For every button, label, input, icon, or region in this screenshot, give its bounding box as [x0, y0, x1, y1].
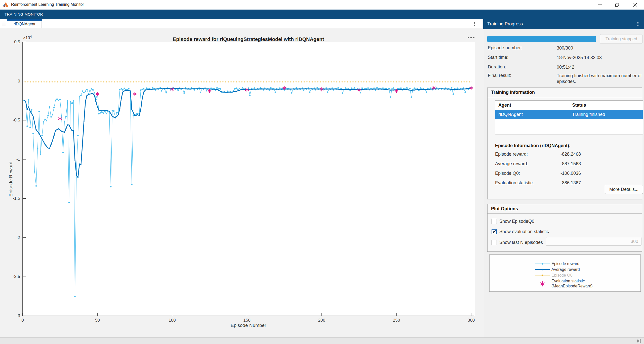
checkbox-label: Show last N episodes: [499, 240, 543, 245]
legend-item: Episode Q0: [535, 273, 635, 278]
close-icon: [633, 3, 637, 7]
ribbon-tab-training-monitor[interactable]: TRAINING MONITOR: [5, 12, 43, 16]
y-tick-label: 0: [6, 79, 20, 84]
episode-info-value: -106.0036: [560, 171, 581, 176]
reward-plot[interactable]: [0, 28, 482, 337]
panel-more-icon[interactable]: [637, 21, 638, 27]
y-tick-label: -2.5: [6, 274, 20, 279]
summary-value: Training finished with maximum number of…: [557, 73, 643, 84]
summary-value: 00:51:42: [557, 64, 643, 70]
x-tick-label: 150: [239, 318, 255, 323]
training-progress-panel: Training Progress Training stopped Episo…: [483, 19, 644, 337]
legend-box: Episode rewardAverage rewardEpisode Q0Ev…: [489, 254, 641, 292]
panel-header-title: Training Progress: [487, 21, 523, 27]
episode-info-label: Evaluation statistic:: [495, 180, 534, 186]
x-tick-label: 200: [314, 318, 329, 323]
close-button[interactable]: [628, 0, 642, 10]
x-tick-label: 0: [15, 318, 30, 323]
checkbox-label: Show evaluation statistic: [499, 229, 549, 234]
restore-icon: [615, 3, 619, 7]
checkbox-unchecked[interactable]: [492, 219, 497, 224]
episode-info-label: Average reward:: [495, 161, 528, 166]
episode-info-label: Episode Q0:: [495, 171, 520, 176]
legend-label: Average reward: [551, 267, 580, 272]
plot-option-row: Show EpisodeQ0: [492, 218, 534, 224]
active-tab-accent: [7, 19, 42, 21]
x-tick-label: 50: [90, 318, 105, 323]
legend-label: Evaluation statistic: [551, 279, 585, 283]
chart-panel: Episode reward for rlQueuingStrategiesMo…: [0, 28, 482, 337]
panel-header: Training Progress: [483, 19, 644, 29]
tab-list-icon[interactable]: [2, 21, 6, 26]
legend-item: Average reward: [535, 267, 635, 272]
summary-label: Episode number:: [488, 45, 522, 51]
summary-value: 18-Nov-2025 14:32:03: [557, 55, 643, 61]
plot-options-section: Plot Options Show EpisodeQ0✔Show evaluat…: [487, 204, 642, 252]
tab-rldqnagent[interactable]: rlDQNAgent: [7, 19, 42, 28]
plot-option-row: Show last N episodes: [492, 239, 543, 245]
episode-info-label: Episode reward:: [495, 152, 528, 157]
episode-info-value: -828.2468: [560, 152, 581, 157]
legend-label: Episode reward: [551, 262, 579, 266]
title-bar: Reinforcement Learning Training Monitor: [0, 0, 644, 10]
minimize-icon: [598, 5, 602, 5]
training-information-header: Training Information: [488, 88, 642, 97]
legend-item-evaluation: Evaluation statistic(MeanEpisodeReward): [535, 278, 635, 289]
ribbon-toolstrip: TRAINING MONITOR: [0, 10, 644, 19]
y-axis-label: Episode Reward: [8, 159, 14, 199]
matlab-logo-icon: [3, 2, 9, 8]
y-tick-label: -3: [6, 313, 20, 318]
plot-options-header: Plot Options: [488, 204, 642, 214]
legend-label: (MeanEpisodeReward): [551, 284, 593, 288]
axes-background: [23, 42, 475, 316]
figure-panel: rlDQNAgent Episode reward for rlQueuingS…: [0, 19, 482, 337]
x-tick-label: 250: [389, 318, 404, 323]
table-header: Agent: [495, 101, 569, 110]
checkbox-unchecked[interactable]: [492, 240, 497, 245]
training-information-section: Training Information AgentStatusrlDQNAge…: [487, 88, 642, 199]
episode-information-heading: Episode Information (rlDQNAgent):: [495, 143, 571, 148]
checkbox-checked[interactable]: ✔: [492, 229, 497, 234]
x-tick-label: 100: [165, 318, 180, 323]
skip-to-end-icon[interactable]: [636, 339, 641, 343]
legend-item: Episode reward: [535, 261, 635, 266]
episode-info-value: -887.1568: [560, 161, 581, 166]
agent-status-table[interactable]: AgentStatusrlDQNAgentTraining finished: [495, 100, 643, 135]
summary-label: Start time:: [488, 55, 508, 60]
more-details-button[interactable]: More Details...: [605, 185, 643, 194]
checkbox-label: Show EpisodeQ0: [499, 219, 534, 224]
table-row[interactable]: rlDQNAgentTraining finished: [495, 110, 643, 119]
table-header: Status: [569, 101, 643, 110]
restore-button[interactable]: [610, 0, 624, 10]
summary-label: Duration:: [488, 64, 506, 70]
summary-label: Final result:: [488, 73, 511, 78]
minimize-button[interactable]: [593, 0, 607, 10]
last-n-episodes-input[interactable]: [546, 237, 641, 246]
legend-label: Episode Q0: [551, 273, 573, 278]
episode-info-value: -886.1367: [560, 180, 581, 186]
summary-value: 300/300: [557, 45, 643, 51]
plot-option-row: ✔Show evaluation statistic: [492, 229, 549, 235]
training-stopped-button[interactable]: Training stopped: [600, 34, 643, 44]
window-title: Reinforcement Learning Training Monitor: [11, 2, 84, 7]
x-tick-label: 300: [464, 318, 479, 323]
y-tick-label: -2: [6, 235, 20, 240]
y-tick-label: 0.5: [6, 39, 20, 45]
x-axis-label: Episode Number: [23, 323, 474, 328]
tab-label: rlDQNAgent: [7, 22, 42, 26]
training-progress-bar: [487, 36, 596, 42]
status-bar: [0, 337, 644, 344]
tab-bar-more-icon[interactable]: [474, 21, 475, 27]
document-tab-bar: rlDQNAgent: [0, 19, 482, 28]
y-tick-label: -0.5: [6, 118, 20, 123]
